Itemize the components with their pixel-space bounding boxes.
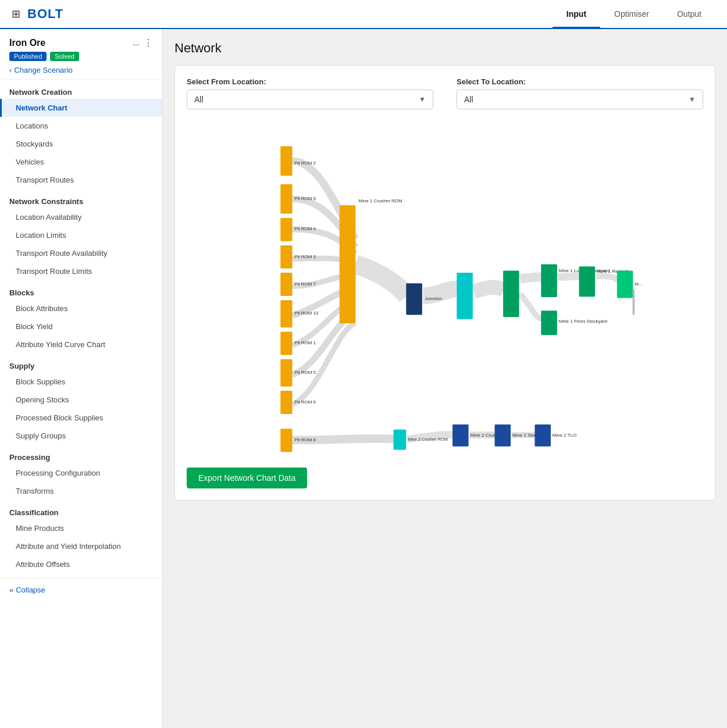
svg-text:Mine 2 TLO: Mine 2 TLO xyxy=(553,433,576,438)
badge-solved: Solved xyxy=(50,52,79,61)
select-from-input[interactable]: All ▼ xyxy=(187,90,433,109)
collapse-chevrons-icon: « xyxy=(9,586,13,594)
svg-rect-32 xyxy=(541,265,557,298)
grid-icon[interactable]: ⊞ xyxy=(12,8,20,20)
chevron-down-icon-2: ▼ xyxy=(689,95,696,104)
sidebar-item-location-limits[interactable]: Location Limits xyxy=(0,226,162,244)
svg-rect-19 xyxy=(280,429,292,452)
app-body: Iron Ore ⎵ ⋮ Published Solved ‹ Change S… xyxy=(0,29,727,728)
select-from-label: Select From Location: xyxy=(187,77,433,86)
svg-rect-11 xyxy=(280,300,292,327)
tab-optimiser[interactable]: Optimiser xyxy=(600,1,663,28)
svg-rect-38 xyxy=(579,266,596,297)
svg-rect-2 xyxy=(280,184,292,214)
select-from-value: All xyxy=(194,95,204,104)
sidebar-item-stockyards[interactable]: Stockyards xyxy=(0,135,162,153)
svg-rect-8 xyxy=(280,273,292,296)
tab-output[interactable]: Output xyxy=(663,1,715,28)
sidebar-item-transforms[interactable]: Transforms xyxy=(0,482,162,500)
section-blocks: Blocks xyxy=(0,280,162,299)
section-supply: Supply xyxy=(0,354,162,373)
svg-text:Pit ROM 3: Pit ROM 3 xyxy=(294,254,316,259)
tab-input[interactable]: Input xyxy=(553,1,600,28)
chevron-down-icon: ▼ xyxy=(419,95,426,104)
sidebar-item-attribute-offsets[interactable]: Attribute Offsets xyxy=(0,555,162,573)
sidebar-item-block-attributes[interactable]: Block Attributes xyxy=(0,299,162,317)
svg-rect-6 xyxy=(280,245,292,269)
logo: BOLT xyxy=(27,6,63,22)
sidebar-item-mine-products[interactable]: Mine Products xyxy=(0,519,162,537)
sidebar-project: Iron Ore ⎵ ⋮ Published Solved ‹ Change S… xyxy=(0,29,162,80)
svg-text:Pit ROM 9: Pit ROM 9 xyxy=(294,196,316,201)
sidebar-item-opening-stocks[interactable]: Opening Stocks xyxy=(0,391,162,409)
section-network-creation: Network Creation xyxy=(0,80,162,99)
section-network-constraints: Network Constraints xyxy=(0,189,162,208)
change-scenario-label: Change Scenario xyxy=(14,66,72,74)
sidebar-item-transport-routes[interactable]: Transport Routes xyxy=(0,171,162,189)
export-button[interactable]: Export Network Chart Data xyxy=(187,468,307,488)
sidebar-item-processing-config[interactable]: Processing Configuration xyxy=(0,464,162,482)
svg-text:Pit ROM 6: Pit ROM 6 xyxy=(294,399,316,405)
more-icon[interactable]: ⋮ xyxy=(144,37,153,48)
sidebar-item-supply-groups[interactable]: Supply Groups xyxy=(0,427,162,445)
select-to-group: Select To Location: All ▼ xyxy=(457,77,703,109)
svg-text:Pit ROM 5: Pit ROM 5 xyxy=(294,370,316,375)
svg-rect-0 xyxy=(280,147,292,176)
svg-text:Pit ROM 1: Pit ROM 1 xyxy=(294,340,316,345)
svg-rect-13 xyxy=(280,332,292,355)
svg-text:Pit ROM 4: Pit ROM 4 xyxy=(294,226,316,231)
change-scenario-link[interactable]: ‹ Change Scenario xyxy=(9,66,153,74)
sidebar-item-locations[interactable]: Locations xyxy=(0,117,162,135)
svg-rect-42 xyxy=(633,290,635,315)
svg-rect-21 xyxy=(340,205,356,323)
svg-rect-29 xyxy=(503,270,519,317)
svg-rect-24 xyxy=(394,430,407,450)
svg-text:Mine 1 Fines Stockyard: Mine 1 Fines Stockyard xyxy=(559,319,607,324)
sidebar-item-attribute-yield-curve-chart[interactable]: Attribute Yield Curve Chart xyxy=(0,336,162,354)
svg-rect-4 xyxy=(280,218,292,241)
project-header: Iron Ore ⎵ ⋮ xyxy=(9,37,153,48)
svg-text:Mine 2 Crusher ROM: Mine 2 Crusher ROM xyxy=(408,437,448,442)
page-title: Network xyxy=(174,41,715,56)
sidebar-item-network-chart[interactable]: Network Chart xyxy=(0,99,162,117)
svg-rect-22 xyxy=(406,283,422,315)
project-icons: ⎵ ⋮ xyxy=(133,37,153,48)
sidebar-item-transport-route-availability[interactable]: Transport Route Availability xyxy=(0,244,162,262)
sidebar-item-block-supplies[interactable]: Block Supplies xyxy=(0,373,162,391)
sidebar-item-location-availability[interactable]: Location Availability xyxy=(0,208,162,226)
svg-rect-36 xyxy=(534,424,551,447)
network-card: Select From Location: All ▼ Select To Lo… xyxy=(174,65,715,501)
sidebar-item-attribute-yield-interpolation[interactable]: Attribute and Yield Interpolation xyxy=(0,537,162,555)
select-to-value: All xyxy=(464,95,473,104)
top-nav: ⊞ BOLT Input Optimiser Output xyxy=(0,0,727,29)
network-chart-area: Pit ROM 2 Pit ROM 9 Pit ROM 4 Pit ROM 3 … xyxy=(187,121,703,458)
svg-rect-34 xyxy=(541,311,557,335)
svg-rect-15 xyxy=(280,359,292,387)
sidebar-item-block-yield[interactable]: Block Yield xyxy=(0,317,162,336)
chevron-left-icon: ‹ xyxy=(9,66,12,74)
network-chart-svg: Pit ROM 2 Pit ROM 9 Pit ROM 4 Pit ROM 3 … xyxy=(187,121,703,458)
sidebar-item-transport-route-limits[interactable]: Transport Route Limits xyxy=(0,262,162,280)
svg-text:Mine 1 Crusher ROM: Mine 1 Crusher ROM xyxy=(358,198,402,204)
project-badges: Published Solved xyxy=(9,52,153,61)
svg-text:M...: M... xyxy=(635,281,642,287)
svg-rect-40 xyxy=(617,270,633,298)
sidebar-item-vehicles[interactable]: Vehicles xyxy=(0,153,162,171)
svg-text:Pit ROM 8: Pit ROM 8 xyxy=(294,437,316,442)
collapse-button[interactable]: « Collapse xyxy=(0,578,162,601)
section-processing: Processing xyxy=(0,445,162,464)
select-from-group: Select From Location: All ▼ xyxy=(187,77,433,109)
section-classification: Classification xyxy=(0,500,162,519)
collapse-label: Collapse xyxy=(16,586,45,594)
comment-icon[interactable]: ⎵ xyxy=(133,37,139,48)
main-content: Network Select From Location: All ▼ Sele… xyxy=(163,29,727,728)
sidebar: Iron Ore ⎵ ⋮ Published Solved ‹ Change S… xyxy=(0,29,163,728)
sidebar-item-processed-block-supplies[interactable]: Processed Block Supplies xyxy=(0,409,162,427)
select-to-input[interactable]: All ▼ xyxy=(457,90,703,109)
svg-rect-26 xyxy=(457,273,473,319)
svg-rect-27 xyxy=(452,424,469,447)
project-title: Iron Ore xyxy=(9,38,45,48)
select-to-label: Select To Location: xyxy=(457,77,703,86)
nav-tabs: Input Optimiser Output xyxy=(553,1,715,27)
svg-text:Pit ROM 2: Pit ROM 2 xyxy=(294,160,316,166)
